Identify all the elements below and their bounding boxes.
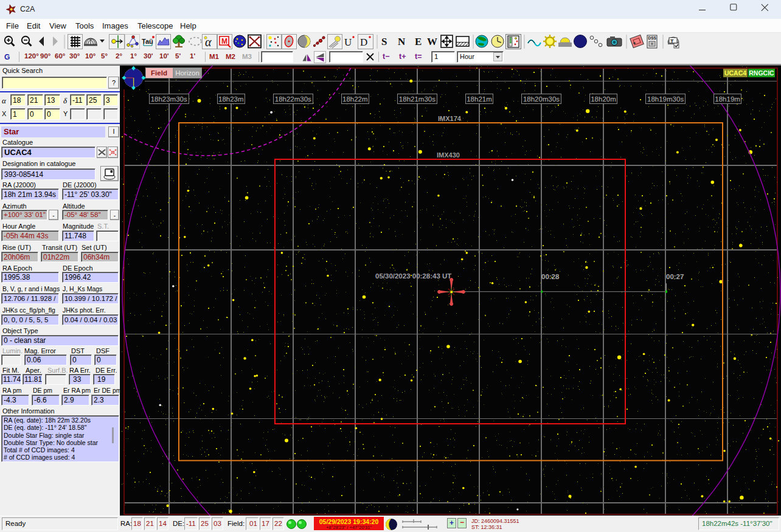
- svg-text:M: M: [221, 37, 227, 46]
- svg-text:18h21m30s: 18h21m30s: [399, 95, 436, 103]
- svg-text:18h19m30s: 18h19m30s: [647, 95, 684, 103]
- svg-text:Horizon: Horizon: [175, 69, 200, 77]
- svg-text:E: E: [415, 36, 422, 47]
- svg-text:DSS: DSS: [648, 36, 657, 40]
- svg-text:18h23m: 18h23m: [218, 95, 244, 103]
- svg-text:18h23m30s: 18h23m30s: [151, 95, 187, 103]
- svg-text:18h20m: 18h20m: [591, 95, 616, 103]
- svg-text:IMX430: IMX430: [437, 151, 460, 159]
- svg-text:N: N: [398, 36, 406, 47]
- svg-text:00:27: 00:27: [666, 273, 684, 280]
- svg-text:RNGCIC: RNGCIC: [749, 69, 774, 77]
- svg-text:UCAC4: UCAC4: [724, 69, 746, 77]
- svg-text:U: U: [344, 36, 352, 48]
- svg-text:00:28: 00:28: [541, 273, 560, 280]
- svg-text:18h19m: 18h19m: [715, 95, 740, 103]
- svg-text:18h22m30s: 18h22m30s: [275, 95, 311, 103]
- svg-text:18h20m30s: 18h20m30s: [523, 95, 560, 103]
- svg-text:05/30/2023 00:28:43 UT: 05/30/2023 00:28:43 UT: [375, 272, 451, 280]
- svg-text:D: D: [360, 36, 367, 48]
- svg-text:18h21m: 18h21m: [467, 95, 492, 103]
- svg-text:18h22m: 18h22m: [342, 95, 368, 103]
- svg-text:S: S: [381, 36, 387, 47]
- svg-text:IMX174: IMX174: [438, 115, 462, 122]
- svg-text:W: W: [427, 36, 437, 47]
- svg-text:Field: Field: [151, 69, 167, 77]
